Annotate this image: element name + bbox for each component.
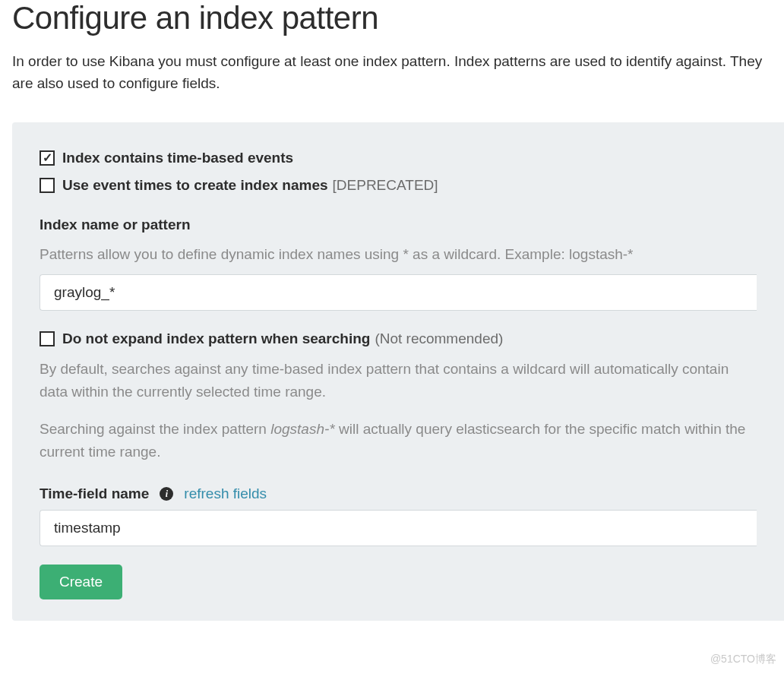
expand-desc-2: Searching against the index pattern logs…: [40, 418, 757, 463]
expand-desc-2-em: logstash-*: [270, 421, 335, 437]
create-button[interactable]: Create: [40, 565, 122, 599]
index-name-hint: Patterns allow you to define dynamic ind…: [40, 244, 757, 266]
index-name-group: Index name or pattern Patterns allow you…: [40, 217, 757, 312]
checkbox-label-no-expand: Do not expand index pattern when searchi…: [62, 331, 370, 347]
not-recommended-badge: (Not recommended): [375, 331, 503, 347]
checkbox-label-event-times: Use event times to create index names: [62, 177, 328, 194]
no-expand-group: Do not expand index pattern when searchi…: [40, 331, 757, 463]
time-field-select-wrap: timestamp: [40, 510, 757, 546]
index-name-label: Index name or pattern: [40, 217, 191, 233]
checkbox-event-times[interactable]: [40, 178, 55, 193]
checkbox-time-based[interactable]: [40, 150, 55, 166]
time-field-select[interactable]: timestamp: [40, 510, 757, 546]
page-title: Configure an index pattern: [12, 0, 772, 36]
checkbox-row-no-expand: Do not expand index pattern when searchi…: [40, 331, 757, 347]
expand-desc-1: By default, searches against any time-ba…: [40, 358, 757, 403]
expand-desc-2-pre: Searching against the index pattern: [40, 421, 270, 437]
config-panel: Index contains time-based events Use eve…: [12, 122, 784, 621]
time-field-label: Time-field name: [40, 485, 149, 502]
deprecated-badge: [DEPRECATED]: [333, 177, 438, 194]
index-name-input[interactable]: [40, 274, 757, 311]
checkbox-label-time-based: Index contains time-based events: [62, 150, 293, 166]
time-field-row: Time-field name i refresh fields: [40, 485, 757, 502]
refresh-fields-link[interactable]: refresh fields: [184, 485, 267, 502]
info-icon[interactable]: i: [160, 487, 173, 501]
checkbox-no-expand[interactable]: [40, 331, 55, 346]
checkbox-row-event-times: Use event times to create index names [D…: [40, 177, 757, 194]
intro-text: In order to use Kibana you must configur…: [12, 50, 772, 95]
checkbox-row-time-based: Index contains time-based events: [40, 150, 757, 166]
